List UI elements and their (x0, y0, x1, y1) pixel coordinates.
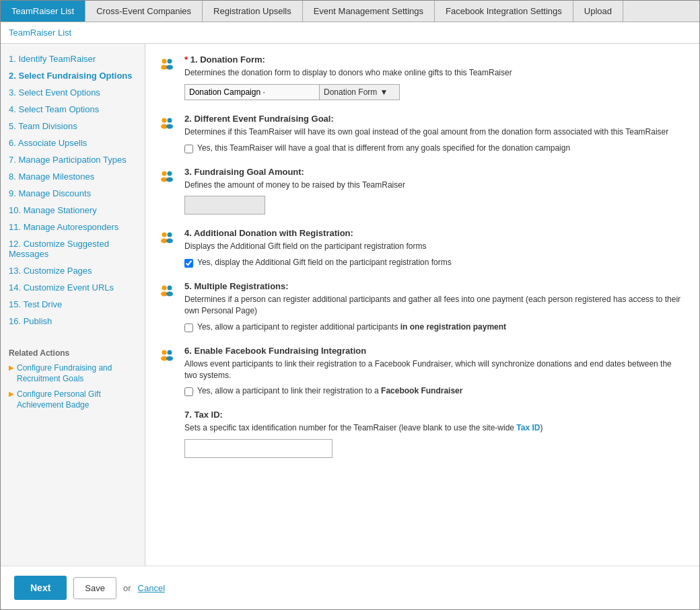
section-facebook-integration: 6. Enable Facebook Fundraising Integrati… (159, 346, 686, 397)
bottom-bar: Next Save or Cancel (1, 566, 699, 609)
section-4-title: 4. Additional Donation with Registration… (184, 228, 686, 238)
section-3-desc: Defines the amount of money to be raised… (184, 180, 686, 191)
sidebar-item-2[interactable]: 2. Select Fundraising Options (1, 67, 145, 84)
svg-point-23 (166, 356, 173, 360)
section-6-title: 6. Enable Facebook Fundraising Integrati… (184, 346, 686, 356)
tab-facebook-integration[interactable]: Facebook Integration Settings (435, 1, 573, 22)
section-2-checkbox-label: Yes, this TeamRaiser will have a goal th… (197, 143, 570, 153)
section-2-title: 2. Different Event Fundraising Goal: (184, 114, 686, 124)
section-6-content: 6. Enable Facebook Fundraising Integrati… (184, 346, 686, 397)
svg-point-12 (162, 233, 167, 237)
section-6-checkbox[interactable] (184, 387, 193, 396)
cancel-button[interactable]: Cancel (138, 583, 165, 593)
donation-campaign-input[interactable] (184, 84, 319, 100)
sidebar-item-9[interactable]: 9. Manage Discounts (1, 185, 145, 202)
donation-form-select[interactable]: Donation Form ▼ (319, 84, 400, 100)
svg-point-16 (162, 286, 167, 291)
sidebar-item-10[interactable]: 10. Manage Stationery (1, 202, 145, 219)
section-5-desc: Determines if a person can register addi… (184, 294, 686, 317)
sidebar-item-3[interactable]: 3. Select Event Options (1, 84, 145, 101)
sidebar-item-8[interactable]: 8. Manage Milestones (1, 168, 145, 185)
section-4-checkbox[interactable] (184, 259, 193, 268)
svg-point-18 (168, 286, 172, 291)
section-4-desc: Displays the Additional Gift field on th… (184, 241, 686, 252)
section-5-content: 5. Multiple Registrations: Determines if… (184, 281, 686, 332)
svg-point-6 (168, 118, 172, 122)
svg-point-7 (166, 124, 173, 128)
svg-point-3 (166, 65, 173, 70)
section-fundraising-goal: 2. Different Event Fundraising Goal: Det… (159, 114, 686, 153)
section-4-checkbox-label: Yes, display the Additional Gift field o… (197, 258, 452, 267)
tab-teamraiser-list[interactable]: TeamRaiser List (1, 1, 85, 22)
tab-event-management[interactable]: Event Management Settings (303, 1, 435, 22)
section-5-checkbox[interactable] (184, 323, 193, 332)
next-button[interactable]: Next (14, 576, 67, 600)
section-2-desc: Determines if this TeamRaiser will have … (184, 126, 686, 138)
svg-point-10 (168, 171, 172, 176)
section-6-checkbox-row: Yes, allow a participant to link their r… (184, 386, 686, 396)
svg-point-19 (166, 292, 173, 297)
svg-point-4 (162, 118, 167, 122)
svg-point-11 (166, 177, 173, 182)
section-goal-amount: 3. Fundraising Goal Amount: Defines the … (159, 167, 686, 215)
section-1-content: * 1. Donation Form: Determines the donat… (184, 54, 686, 100)
related-link-2[interactable]: Configure Personal Gift Achievement Badg… (1, 387, 145, 413)
save-button[interactable]: Save (73, 577, 116, 599)
svg-point-0 (162, 59, 167, 64)
sidebar-item-6[interactable]: 6. Associate Upsells (1, 135, 145, 151)
sidebar-item-5[interactable]: 5. Team Divisions (1, 118, 145, 135)
section-multiple-registrations: 5. Multiple Registrations: Determines if… (159, 281, 686, 332)
goal-amount-input[interactable] (184, 196, 265, 215)
people-icon-5 (159, 282, 178, 332)
section-7-content: 7. Tax ID: Sets a specific tax identific… (184, 410, 686, 458)
sidebar-item-7[interactable]: 7. Manage Participation Types (1, 151, 145, 168)
section-6-checkbox-label: Yes, allow a participant to link their r… (197, 386, 462, 395)
sidebar-item-16[interactable]: 16. Publish (1, 313, 145, 330)
tab-bar: TeamRaiser List Cross-Event Companies Re… (1, 1, 699, 22)
svg-point-14 (168, 233, 172, 237)
section-1-title: * 1. Donation Form: (184, 54, 686, 65)
dropdown-arrow-icon: ▼ (380, 87, 388, 97)
people-icon-2 (159, 115, 178, 153)
sidebar-item-13[interactable]: 13. Customize Pages (1, 262, 145, 279)
tab-upload[interactable]: Upload (573, 1, 623, 22)
section-4-content: 4. Additional Donation with Registration… (184, 228, 686, 268)
sidebar-item-14[interactable]: 14. Customize Event URLs (1, 279, 145, 296)
tab-registration-upsells[interactable]: Registration Upsells (203, 1, 303, 22)
related-link-1[interactable]: Configure Fundraising and Recruitment Go… (1, 360, 145, 387)
section-donation-form: * 1. Donation Form: Determines the donat… (159, 54, 686, 100)
people-icon-7-placeholder (159, 411, 178, 458)
section-5-checkbox-label: Yes, allow a participant to register add… (197, 322, 506, 332)
sidebar-item-12[interactable]: 12. Customize Suggested Messages (1, 235, 145, 262)
sidebar-item-4[interactable]: 4. Select Team Options (1, 101, 145, 118)
section-additional-donation: 4. Additional Donation with Registration… (159, 228, 686, 268)
people-icon-4 (159, 229, 178, 268)
donation-form-row: Donation Form ▼ (184, 84, 686, 100)
sidebar-item-15[interactable]: 15. Test Drive (1, 296, 145, 313)
breadcrumb-link[interactable]: TeamRaiser List (9, 28, 71, 38)
people-icon-3 (159, 168, 178, 215)
svg-point-8 (162, 171, 167, 176)
sidebar: 1. Identify TeamRaiser 2. Select Fundrai… (1, 44, 145, 566)
svg-point-22 (168, 350, 172, 354)
people-icon-6 (159, 347, 178, 397)
breadcrumb: TeamRaiser List (1, 22, 699, 43)
svg-point-15 (166, 239, 173, 243)
section-7-title: 7. Tax ID: (184, 410, 686, 420)
related-actions-title: Related Actions (1, 340, 145, 360)
tab-cross-event[interactable]: Cross-Event Companies (85, 1, 203, 22)
section-2-checkbox[interactable] (184, 145, 193, 153)
sidebar-item-11[interactable]: 11. Manage Autoresponders (1, 219, 145, 235)
tax-id-input[interactable] (184, 439, 332, 458)
section-2-checkbox-row: Yes, this TeamRaiser will have a goal th… (184, 143, 686, 153)
main-panel: * 1. Donation Form: Determines the donat… (145, 44, 699, 566)
sidebar-item-1[interactable]: 1. Identify TeamRaiser (1, 50, 145, 67)
section-4-checkbox-row: Yes, display the Additional Gift field o… (184, 258, 686, 268)
section-tax-id: 7. Tax ID: Sets a specific tax identific… (159, 410, 686, 458)
section-5-checkbox-row: Yes, allow a participant to register add… (184, 322, 686, 332)
section-3-title: 3. Fundraising Goal Amount: (184, 167, 686, 177)
section-3-content: 3. Fundraising Goal Amount: Defines the … (184, 167, 686, 215)
section-5-title: 5. Multiple Registrations: (184, 281, 686, 291)
svg-point-20 (162, 350, 167, 354)
people-icon-1 (159, 56, 178, 100)
